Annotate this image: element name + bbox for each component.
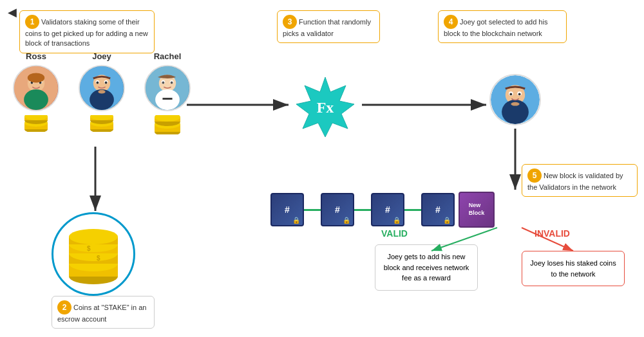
joey-coins — [88, 115, 116, 132]
svg-point-19 — [97, 82, 99, 84]
step4-text: Joey got selected to add his block to th… — [444, 18, 547, 37]
back-arrow[interactable]: ◀ — [8, 5, 17, 19]
ross-coins — [22, 115, 50, 132]
callout-step3: 3 Function that randomly picks a validat… — [277, 10, 380, 43]
badge-2: 2 — [57, 300, 71, 314]
validator-ross: Ross — [13, 51, 59, 132]
step1-text: Validators staking some of their coins t… — [25, 18, 148, 48]
badge-5: 5 — [527, 168, 542, 183]
badge-3: 3 — [283, 15, 297, 29]
invalid-text: Joey loses his staked coins to the netwo… — [530, 259, 616, 278]
connector-3 — [404, 209, 422, 211]
svg-point-7 — [28, 73, 44, 82]
rachel-name: Rachel — [154, 51, 182, 61]
badge-1: 1 — [25, 15, 39, 29]
block-1: # 🔒 — [270, 193, 304, 226]
joey-name: Joey — [92, 51, 111, 61]
rachel-coins — [151, 115, 184, 134]
svg-point-21 — [98, 90, 105, 94]
svg-rect-31 — [162, 98, 172, 100]
block-2: # 🔒 — [321, 193, 354, 226]
ross-avatar — [13, 65, 59, 111]
invalid-branch: Joey loses his staked coins to the netwo… — [522, 251, 625, 286]
connector-2 — [354, 209, 372, 211]
svg-point-59 — [509, 93, 512, 96]
fx-shape: Fx — [290, 74, 354, 138]
validator-joey: Joey — [79, 51, 125, 132]
svg-text:$: $ — [97, 255, 100, 262]
svg-point-34 — [162, 82, 165, 84]
svg-point-2 — [24, 89, 48, 110]
validators-row: Ross — [13, 51, 191, 134]
valid-text: Joey gets to add his new block and recei… — [384, 253, 469, 282]
svg-point-61 — [511, 102, 519, 106]
ross-name: Ross — [26, 51, 46, 61]
svg-point-20 — [105, 82, 108, 84]
coin-pile-svg: $ $ — [58, 219, 129, 289]
joey-avatar — [79, 65, 125, 111]
new-block-label: NewBlock — [469, 202, 485, 217]
block-4: # 🔒 — [421, 193, 455, 226]
block-3: # 🔒 — [371, 193, 404, 226]
badge-4: 4 — [444, 15, 458, 29]
svg-text:Fx: Fx — [317, 99, 334, 116]
validator-rachel: Rachel — [144, 51, 191, 134]
step5-text: New block is validated by the Validators… — [527, 172, 623, 191]
selected-validator — [489, 74, 541, 125]
selected-avatar — [489, 74, 541, 125]
svg-text:$: $ — [87, 245, 91, 252]
svg-point-50 — [69, 229, 118, 244]
coin-pile: $ $ — [52, 212, 135, 296]
rachel-avatar — [144, 65, 191, 111]
callout-step5: 5 New block is validated by the Validato… — [522, 164, 638, 197]
valid-label: VALID — [381, 228, 408, 239]
invalid-label: INVALID — [535, 228, 570, 239]
valid-branch: Joey gets to add his new block and recei… — [375, 244, 478, 291]
connector-1 — [304, 209, 322, 211]
svg-point-35 — [171, 82, 173, 84]
callout-step1: 1 Validators staking some of their coins… — [19, 10, 155, 53]
callout-step4: 4 Joey got selected to add his block to … — [438, 10, 567, 43]
blockchain: # 🔒 # 🔒 # 🔒 # 🔒 NewBlock — [270, 192, 495, 228]
new-block: NewBlock — [459, 192, 495, 228]
callout-step2: 2 Coins at "STAKE" in an escrow account — [52, 296, 155, 329]
svg-point-60 — [518, 93, 521, 96]
